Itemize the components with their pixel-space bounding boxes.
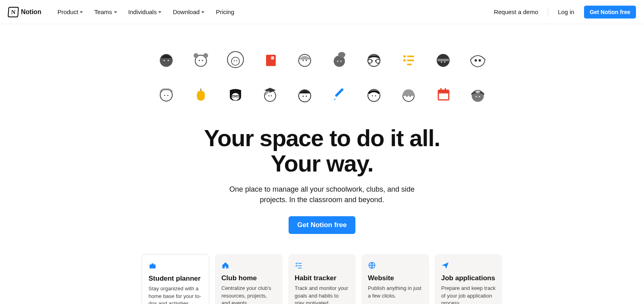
card-website[interactable]: Website Publish anything in just a few c… (361, 254, 429, 304)
nav-product[interactable]: Product (58, 8, 83, 15)
svg-point-66 (476, 96, 477, 97)
home-icon (221, 261, 276, 270)
avatar-face-icon (190, 48, 212, 71)
nav-individuals[interactable]: Individuals (128, 8, 162, 15)
bullet-list-icon (397, 48, 420, 71)
hero-subhead: One place to manage all your schoolwork,… (221, 184, 423, 205)
svg-point-21 (341, 61, 342, 62)
svg-rect-68 (150, 265, 156, 269)
svg-rect-30 (407, 60, 414, 61)
nav-pricing[interactable]: Pricing (216, 8, 234, 15)
svg-point-51 (306, 96, 307, 97)
avatar-face-icon (397, 83, 420, 105)
header-actions: Request a demo Log in Get Notion free (494, 6, 636, 19)
svg-rect-28 (407, 56, 414, 57)
get-notion-free-button[interactable]: Get Notion free (584, 6, 636, 19)
svg-rect-70 (298, 263, 301, 264)
svg-point-20 (337, 61, 339, 62)
card-student-planner[interactable]: Student planner Stay organized with a ho… (142, 254, 209, 304)
svg-point-26 (375, 60, 376, 62)
svg-point-55 (372, 95, 373, 97)
avatar-face-icon (432, 48, 454, 71)
svg-point-48 (271, 95, 272, 97)
avatar-face-icon (155, 48, 178, 71)
avatar-face-icon (293, 83, 316, 105)
avatar-face-icon (293, 48, 316, 71)
calendar-icon (432, 83, 454, 105)
send-icon (441, 261, 496, 270)
svg-rect-33 (438, 59, 449, 61)
svg-point-40 (167, 95, 169, 96)
svg-point-2 (168, 60, 169, 61)
hero-headline: Your space to do it all. Your way. (181, 126, 463, 176)
svg-point-39 (164, 95, 165, 96)
hero-cta-button[interactable]: Get Notion free (289, 216, 356, 234)
card-title: Habit tracker (295, 274, 349, 282)
svg-point-24 (376, 59, 380, 63)
avatar-face-icon (224, 83, 247, 105)
chevron-down-icon (158, 11, 161, 13)
pencil-icon (328, 83, 351, 105)
globe-icon (368, 261, 423, 270)
svg-point-19 (338, 52, 345, 58)
card-title: Website (368, 274, 423, 282)
svg-point-5 (203, 53, 208, 58)
card-club-home[interactable]: Club home Centralize your club's resourc… (215, 254, 283, 304)
card-desc: Prepare and keep track of your job appli… (441, 285, 496, 304)
card-title: Student planner (149, 275, 202, 283)
primary-nav: Product Teams Individuals Download Prici… (58, 8, 234, 15)
notebook-icon: A+ (259, 48, 281, 71)
svg-point-36 (475, 59, 477, 62)
svg-rect-52 (335, 88, 344, 97)
avatar-face-icon (363, 48, 385, 71)
card-job-applications[interactable]: Job applications Prepare and keep track … (435, 254, 502, 304)
chevron-down-icon (80, 11, 83, 13)
svg-point-65 (475, 91, 480, 93)
nav-teams[interactable]: Teams (94, 8, 117, 15)
card-desc: Publish anything in just a few clicks. (368, 285, 423, 299)
svg-point-29 (403, 59, 406, 62)
graduation-face-icon (259, 83, 281, 105)
login-link[interactable]: Log in (558, 8, 574, 15)
svg-marker-53 (334, 98, 335, 100)
card-desc: Track and monitor your goals and habits … (295, 285, 349, 304)
svg-rect-71 (298, 265, 301, 266)
hero-section: A+ Your space to do it all. Your way. On… (0, 24, 644, 304)
svg-point-10 (234, 60, 235, 61)
svg-point-59 (410, 96, 411, 97)
svg-point-47 (268, 95, 270, 97)
svg-rect-41 (200, 89, 201, 91)
svg-point-56 (375, 95, 376, 97)
card-habit-tracker[interactable]: Habit tracker Track and monitor your goa… (288, 254, 356, 304)
svg-point-42 (231, 93, 239, 100)
avatar-face-icon (224, 48, 247, 71)
svg-point-37 (479, 59, 481, 62)
brand-name: Notion (21, 8, 41, 16)
avatar-face-icon (466, 83, 489, 105)
svg-rect-69 (152, 264, 154, 265)
svg-point-6 (199, 60, 200, 61)
svg-rect-72 (298, 268, 301, 269)
svg-point-16 (303, 60, 304, 61)
card-title: Job applications (441, 274, 496, 282)
svg-point-35 (444, 62, 446, 63)
apple-icon (190, 83, 212, 105)
nav-download[interactable]: Download (173, 8, 204, 15)
avatar-grid: A+ (0, 48, 644, 105)
svg-point-50 (303, 96, 304, 97)
logo[interactable]: N Notion (8, 7, 41, 17)
svg-rect-31 (407, 64, 412, 65)
request-demo-link[interactable]: Request a demo (494, 8, 538, 15)
svg-rect-63 (445, 88, 446, 91)
avatar-face-icon (155, 83, 178, 105)
feature-cards: Student planner Stay organized with a ho… (0, 254, 644, 304)
divider (548, 8, 548, 17)
svg-point-11 (236, 60, 237, 61)
card-desc: Centralize your club's resources, projec… (221, 285, 276, 304)
logo-icon: N (8, 7, 19, 17)
avatar-face-icon (328, 48, 351, 71)
svg-point-34 (441, 62, 442, 63)
svg-point-9 (231, 57, 239, 65)
svg-point-4 (194, 53, 198, 58)
svg-point-58 (407, 96, 408, 97)
